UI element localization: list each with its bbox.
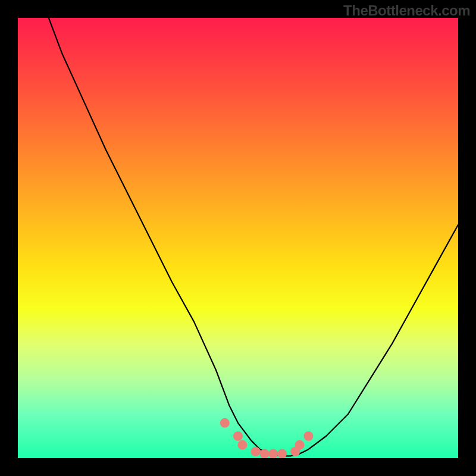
bottleneck-curve — [49, 18, 458, 456]
trough-markers — [220, 418, 314, 458]
trough-marker — [268, 449, 278, 458]
trough-marker — [251, 447, 261, 456]
trough-marker — [303, 431, 313, 441]
trough-marker — [233, 431, 243, 441]
chart-frame: TheBottleneck.com — [0, 0, 476, 476]
trough-marker — [220, 418, 230, 428]
trough-marker — [259, 449, 269, 458]
watermark-text: TheBottleneck.com — [343, 2, 470, 19]
trough-marker — [295, 440, 305, 450]
trough-marker — [277, 449, 287, 458]
plot-area — [18, 18, 458, 458]
chart-svg — [18, 18, 458, 458]
trough-marker — [237, 440, 247, 450]
